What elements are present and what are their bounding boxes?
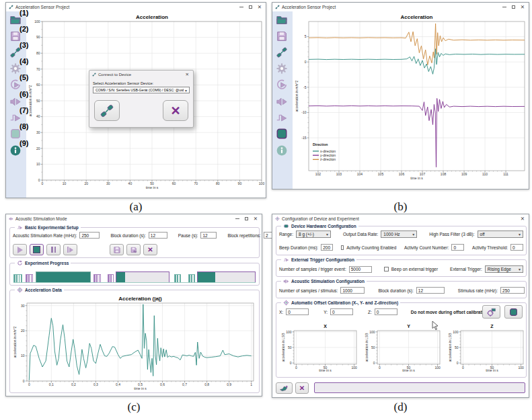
- samples-per-trigger-input[interactable]: 5000: [349, 266, 372, 273]
- minimize-icon[interactable]: [235, 218, 239, 219]
- connect-button[interactable]: [94, 100, 120, 121]
- beep-on-trigger-checkbox[interactable]: [384, 267, 389, 271]
- offset-z-input[interactable]: 0: [375, 308, 397, 315]
- svg-text:5: 5: [305, 34, 307, 38]
- connect-device-button[interactable]: [276, 46, 288, 58]
- range-select[interactable]: 8 g (+/-)▾: [296, 230, 331, 238]
- svg-text:109: 109: [461, 172, 467, 176]
- field-label: Beep Duration (ms):: [279, 245, 318, 250]
- svg-text:102: 102: [315, 172, 321, 176]
- minimize-icon[interactable]: [502, 7, 506, 7]
- output-data-rate-select[interactable]: 1000 Hz▾: [381, 230, 417, 238]
- close-x-icon: ✕: [147, 247, 153, 253]
- acoustic-mode-button[interactable]: [276, 95, 288, 108]
- samples-per-stimulus-input[interactable]: 1000: [340, 287, 365, 294]
- external-trigger-select[interactable]: Rising Edge▾: [485, 265, 523, 273]
- stop-icon: [33, 246, 40, 253]
- chevron-down-icon: ▾: [519, 267, 521, 271]
- minimize-icon[interactable]: [239, 7, 243, 7]
- field-label: Output Data Rate:: [343, 232, 378, 237]
- field-label: Y:: [324, 310, 328, 314]
- activity-counting-checkbox[interactable]: [341, 245, 344, 250]
- block-duration-input[interactable]: 12: [149, 232, 167, 239]
- field-label: Activity Count Number:: [404, 245, 449, 250]
- svg-text:z-direction: z-direction: [320, 157, 336, 161]
- close-icon[interactable]: ✕: [521, 216, 525, 222]
- cancel-button[interactable]: ✕: [163, 100, 188, 121]
- svg-text:0: 0: [305, 60, 307, 64]
- svg-text:y-direction: y-direction: [320, 153, 336, 157]
- step-button[interactable]: [63, 244, 77, 255]
- svg-text:-10: -10: [301, 110, 306, 114]
- plug-icon: [100, 103, 114, 118]
- save-as-button[interactable]: [126, 244, 141, 255]
- high-pass-filter-select[interactable]: off▾: [478, 230, 523, 238]
- close-icon[interactable]: ✕: [254, 216, 258, 222]
- stop-button-active[interactable]: [276, 128, 288, 140]
- stimulation-rate-input[interactable]: 250: [79, 232, 100, 239]
- pause-input[interactable]: 12: [200, 232, 217, 239]
- annotation-number: (3): [20, 41, 28, 49]
- save-project-button[interactable]: [276, 30, 288, 42]
- progress-block-striped-teal: [174, 274, 182, 283]
- svg-text:Direction: Direction: [313, 142, 328, 146]
- field-label: Number of samples / stimulus:: [279, 288, 338, 293]
- svg-text:X: X: [324, 324, 327, 329]
- info-button[interactable]: [276, 144, 288, 157]
- offset-y-input[interactable]: 0: [330, 308, 353, 315]
- titlebar: Acceleration Sensor Project ✕: [272, 3, 529, 11]
- stop-button[interactable]: [30, 244, 44, 255]
- progress-block-gap: [195, 282, 197, 283]
- svg-text:108: 108: [441, 172, 447, 176]
- trigger-mode-button[interactable]: [276, 112, 288, 124]
- offset-x-input[interactable]: 0: [286, 308, 309, 315]
- start-calibration-button[interactable]: [482, 305, 500, 319]
- calibration-progress-bar: [314, 382, 525, 393]
- svg-text:106: 106: [399, 172, 405, 176]
- cancel-button[interactable]: ✕: [295, 382, 309, 394]
- play-button[interactable]: [13, 244, 27, 255]
- activity-threshold-input[interactable]: 0: [510, 244, 523, 251]
- block-duration-input[interactable]: 12: [416, 287, 445, 294]
- svg-text:110: 110: [482, 172, 488, 176]
- svg-text:time in s: time in s: [410, 176, 423, 180]
- target-icon: [283, 300, 289, 306]
- maximize-icon[interactable]: [249, 5, 252, 9]
- svg-text:acceleration in LSB: acceleration in LSB: [365, 333, 369, 362]
- field-label: Stimulus rate (mHz):: [458, 288, 498, 293]
- close-icon[interactable]: ✕: [521, 5, 525, 10]
- field-label: High Pass Filter (3 dB):: [429, 232, 474, 237]
- field-label: Block repetitions:: [227, 233, 261, 238]
- beep-duration-input[interactable]: 200: [321, 244, 333, 251]
- stimulus-rate-input[interactable]: 250: [500, 287, 525, 294]
- activity-count-input[interactable]: 0: [451, 244, 464, 251]
- close-icon[interactable]: ✕: [186, 73, 189, 77]
- field-label: X:: [279, 310, 283, 314]
- svg-text:Acceleration: Acceleration: [400, 14, 432, 20]
- svg-text:0: 0: [379, 366, 381, 370]
- svg-text:0: 0: [38, 178, 40, 182]
- plug-icon: [92, 73, 96, 77]
- write-to-device-button[interactable]: [276, 382, 293, 394]
- device-hw-group: Device Hardware Configuration Range: 8 g…: [276, 226, 527, 255]
- step-icon: [67, 247, 69, 253]
- close-icon[interactable]: ✕: [258, 5, 262, 10]
- maximize-icon[interactable]: [512, 5, 515, 9]
- discard-button[interactable]: ✕: [143, 244, 157, 255]
- settings-button[interactable]: [276, 62, 288, 75]
- maximize-icon[interactable]: [245, 217, 248, 220]
- speaker-play-icon: [283, 278, 289, 284]
- device-select[interactable]: COM9 / S/N: Serielles USB-Gerät (COM9) /…: [93, 87, 190, 93]
- save-data-button[interactable]: [110, 244, 124, 255]
- pause-button[interactable]: [46, 244, 61, 255]
- experiment-progress-group: Experiment Progress: [9, 263, 260, 286]
- progress-block-gap: [101, 282, 108, 283]
- annotation-number: (5): [20, 73, 28, 81]
- svg-text:0: 0: [462, 366, 464, 370]
- live-monitor-button[interactable]: [276, 79, 288, 91]
- open-project-button[interactable]: [276, 14, 288, 26]
- stop-calibration-button[interactable]: [504, 305, 523, 319]
- write-to-device-icon: [279, 383, 289, 393]
- svg-text:0,7: 0,7: [182, 382, 187, 386]
- dialog-title: Connect to Device: [98, 73, 131, 77]
